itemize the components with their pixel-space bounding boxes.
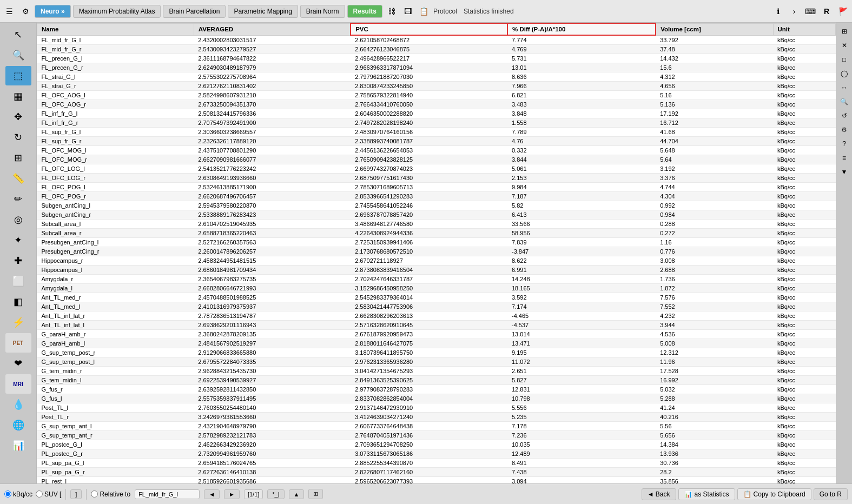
chain-icon[interactable]: ⛓ (385, 4, 399, 18)
sidebar-icon-drop[interactable]: 💧 (5, 395, 31, 414)
info-icon[interactable]: ℹ (771, 4, 785, 18)
as-statistics-button[interactable]: 📊 as Statistics (678, 488, 735, 500)
cell-33-2: 2.8188011646427075 (351, 339, 507, 348)
results-button[interactable]: Results (347, 5, 382, 18)
table-container[interactable]: Name AVERAGED PVC % Diff (P-A)/A*100 Vol… (37, 23, 836, 483)
sidebar-icon-circle[interactable]: ◎ (5, 210, 31, 229)
sidebar-icon-mri[interactable]: MRI (5, 374, 31, 394)
prev-region-btn[interactable]: ◄ (204, 489, 220, 499)
cell-21-3: 58.956 (507, 229, 656, 238)
up-arrow-btn[interactable]: ▲ (289, 489, 305, 499)
cell-35-0: G_sup_temp_post_l (37, 357, 194, 367)
table-row: Ant_TL_med_r2.45704885019885252.54529833… (37, 293, 836, 302)
cell-4-0: FL_strai_G_l (37, 72, 194, 82)
terminal-icon[interactable]: ⌨ (803, 4, 817, 18)
brain-parcellation-button[interactable]: Brain Parcellation (163, 5, 226, 18)
go-to-r-button[interactable]: Go to R (814, 488, 848, 500)
back-button[interactable]: ◄ Back (642, 488, 676, 500)
sidebar-icon-star[interactable]: ✦ (5, 230, 31, 250)
sidebar-icon-roi[interactable]: ⬚ (5, 66, 31, 85)
sidebar-icon-wand[interactable]: ⚡ (5, 313, 31, 332)
cell-25-2: 2.8738083839416504 (351, 266, 507, 275)
max-prob-atlas-button[interactable]: Maximum Probability Atlas (73, 5, 161, 18)
cell-43-1: 2.5782989232121783 (194, 431, 351, 440)
cell-2-5: kBq/cc (773, 54, 835, 63)
rp-menu-icon[interactable]: ≡ (838, 151, 851, 164)
rp-circle-icon[interactable]: ◯ (838, 67, 851, 80)
brain-norm-button[interactable]: Brain Norm (300, 5, 345, 18)
cell-48-2: 2.5965206623077393 (351, 477, 507, 484)
cell-32-5: kBq/cc (773, 330, 835, 339)
sidebar-icon-zoom[interactable]: 🔍 (5, 45, 31, 65)
cell-18-4: 0.992 (656, 201, 773, 210)
cell-36-2: 3.0414271354675293 (351, 367, 507, 376)
sidebar-icon-pen[interactable]: ✏ (5, 189, 31, 209)
cell-13-3: 3.844 (507, 155, 656, 164)
cell-39-4: 5.288 (656, 394, 773, 403)
left-bracket-btn[interactable]: ] (70, 489, 82, 499)
cell-13-4: 5.64 (656, 155, 773, 164)
sidebar-icon-eraser[interactable]: ⬜ (5, 271, 31, 291)
film-icon[interactable]: 🎞 (401, 4, 415, 18)
cell-35-2: 2.9762313365936280 (351, 357, 507, 367)
r-icon[interactable]: R (820, 4, 834, 18)
table-row: G_sup_temp_post_l2.67955722840733352.976… (37, 357, 836, 367)
cell-27-1: 2.6682806646721993 (194, 284, 351, 293)
cell-23-1: 2.2600147896206257 (194, 247, 351, 256)
flag-icon[interactable]: 🚩 (836, 4, 850, 18)
sidebar-icon-grid[interactable]: ⊞ (5, 148, 31, 168)
copy-clipboard-button[interactable]: 📋 Copy to Clipboard (737, 488, 811, 500)
sidebar-icon-rotate[interactable]: ↻ (5, 128, 31, 147)
protocol-icon[interactable]: 📋 (417, 4, 431, 18)
neuro-button[interactable]: Neuro » (35, 5, 71, 18)
sidebar-icon-chart[interactable]: 📊 (5, 436, 31, 455)
parametric-mapping-button[interactable]: Parametric Mapping (228, 5, 298, 18)
rp-refresh-icon[interactable]: ↺ (838, 109, 851, 122)
cell-17-3: 7.187 (507, 192, 656, 201)
table-row: Subgen_antCing_r2.53388891762834232.6963… (37, 210, 836, 220)
cell-40-3: 5.556 (507, 403, 656, 413)
cell-21-5: kBq/cc (773, 229, 835, 238)
cell-41-2: 3.4124639034271240 (351, 413, 507, 422)
rp-zoom-icon[interactable]: 🔍 (838, 95, 851, 108)
kbq-radio-input[interactable] (4, 490, 11, 498)
table-row: FL_inf_fr_G_l2.50813244157963362.6046350… (37, 109, 836, 118)
sidebar-icon-fill[interactable]: ◧ (5, 292, 31, 311)
sidebar-icon-measure[interactable]: 📏 (5, 169, 31, 188)
sidebar-icon-cursor[interactable]: ↖ (5, 25, 31, 44)
star-btn[interactable]: *_| (267, 489, 284, 499)
rp-layers-icon[interactable]: ⊞ (838, 25, 851, 38)
cell-3-3: 13.01 (507, 63, 656, 72)
relative-to-input[interactable] (135, 489, 200, 499)
settings-icon[interactable]: ⚙ (18, 4, 32, 18)
rp-help-icon[interactable]: ? (838, 137, 851, 150)
chevron-right-icon[interactable]: › (787, 4, 801, 18)
sidebar-icon-globe[interactable]: 🌐 (5, 415, 31, 435)
cell-26-4: 1.736 (656, 275, 773, 284)
suv-radio[interactable]: SUV [ (36, 490, 61, 498)
cell-19-2: 2.6963787078857420 (351, 210, 507, 220)
grid-view-btn[interactable]: ⊞ (308, 489, 323, 499)
relative-to-radio[interactable]: Relative to (91, 490, 130, 498)
cell-6-5: kBq/cc (773, 91, 835, 100)
rp-square-icon[interactable]: □ (838, 53, 851, 66)
kbq-radio[interactable]: kBq/cc (4, 490, 32, 498)
sidebar-icon-heart[interactable]: ❤ (5, 354, 31, 373)
suv-radio-input[interactable] (36, 490, 43, 498)
rp-settings-icon[interactable]: ⚙ (838, 123, 851, 136)
sidebar-icon-move[interactable]: ✥ (5, 107, 31, 127)
cell-23-5: kBq/cc (773, 247, 835, 256)
cell-44-2: 2.7093651294708250 (351, 440, 507, 449)
sidebar-icon-cross[interactable]: ✚ (5, 251, 31, 270)
sidebar-icon-pet[interactable]: PET (5, 333, 31, 353)
cell-1-1: 2.5430093423279527 (194, 45, 351, 54)
cell-30-1: 2.7872836513194787 (194, 311, 351, 321)
rp-close-icon[interactable]: ✕ (838, 39, 851, 52)
menu-icon[interactable]: ☰ (2, 4, 16, 18)
sidebar-icon-box[interactable]: ▦ (5, 87, 31, 106)
next-region-btn[interactable]: ► (224, 489, 240, 499)
relative-radio-input[interactable] (91, 490, 98, 498)
rp-nav-icon[interactable]: ↔ (838, 81, 851, 94)
cell-35-4: 11.96 (656, 357, 773, 367)
rp-arrow-down-icon[interactable]: ▼ (838, 165, 851, 178)
